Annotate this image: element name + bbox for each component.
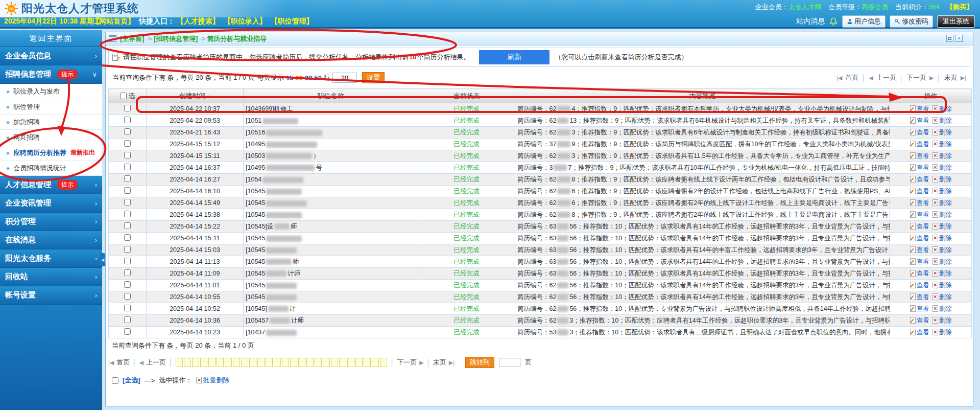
page-number-box[interactable] xyxy=(315,358,322,367)
page-number-box[interactable] xyxy=(217,358,224,367)
sidebar-group-0[interactable]: 企业会员信息› xyxy=(0,47,102,65)
prev-page-button[interactable]: 上一页 xyxy=(146,358,166,367)
delete-link[interactable]: 删除 xyxy=(933,282,952,289)
sidebar-group-8[interactable]: 人才信息管理提示› xyxy=(0,176,102,194)
sidebar-group-11[interactable]: 在线消息› xyxy=(0,231,102,249)
row-checkbox[interactable] xyxy=(124,199,131,206)
view-link[interactable]: 查看 xyxy=(910,105,929,112)
sidebar-item-4[interactable]: ◆加急招聘 xyxy=(0,115,102,130)
breadcrumb-recruit-manage[interactable]: [招聘信息管理] xyxy=(154,34,198,43)
row-checkbox[interactable] xyxy=(124,164,131,170)
delete-link[interactable]: 删除 xyxy=(933,305,952,312)
select-all-link[interactable]: [全选] xyxy=(123,376,140,385)
sidebar-item-6[interactable]: ◆应聘简历分析推荐最新推出 xyxy=(0,145,102,161)
breadcrumb-main[interactable]: [主界面] xyxy=(120,34,145,43)
perpage-option-50[interactable]: 50 xyxy=(314,74,321,82)
page-number-box[interactable] xyxy=(323,358,330,367)
row-checkbox[interactable] xyxy=(124,117,131,123)
delete-link[interactable]: 删除 xyxy=(933,164,952,171)
delete-link[interactable]: 删除 xyxy=(933,246,952,254)
nav-talent-search[interactable]: 【人才搜索】 xyxy=(177,17,220,25)
row-checkbox[interactable] xyxy=(124,152,131,158)
view-link[interactable]: 查看 xyxy=(910,329,929,336)
page-number-box[interactable] xyxy=(364,358,371,367)
page-number-box[interactable] xyxy=(380,358,387,367)
first-page-button[interactable]: 首页 xyxy=(845,73,858,82)
page-number-box[interactable] xyxy=(233,358,240,367)
page-number-box[interactable] xyxy=(290,358,297,367)
nav-site-home[interactable]: 【网站首页】 xyxy=(92,17,135,25)
view-link[interactable]: 查看 xyxy=(910,282,929,289)
prev-page-button[interactable]: 上一页 xyxy=(876,73,896,82)
bell-icon[interactable] xyxy=(829,17,838,26)
sidebar-group-1[interactable]: 招聘信息管理提示∨ xyxy=(0,65,102,84)
jump-to-button[interactable]: 跳转到 xyxy=(465,357,494,368)
view-link[interactable]: 查看 xyxy=(910,223,929,230)
view-link[interactable]: 查看 xyxy=(910,188,929,195)
delete-link[interactable]: 删除 xyxy=(933,258,952,265)
page-number-box[interactable] xyxy=(184,358,191,367)
sidebar-item-5[interactable]: ◆网页招聘 xyxy=(0,130,102,145)
perpage-set-button[interactable]: 设置 xyxy=(362,72,385,83)
row-checkbox[interactable] xyxy=(124,293,131,300)
row-checkbox[interactable] xyxy=(124,258,131,264)
back-to-main-button[interactable]: 返回主界面 xyxy=(0,30,102,47)
nav-job-entry[interactable]: 【职位录入】 xyxy=(224,17,267,25)
perpage-input[interactable] xyxy=(332,73,357,83)
page-number-box[interactable] xyxy=(249,358,256,367)
user-info-button[interactable]: 用户信息 xyxy=(842,15,886,28)
view-link[interactable]: 查看 xyxy=(910,199,929,207)
next-page-button[interactable]: 下一页 xyxy=(906,73,926,82)
delete-link[interactable]: 删除 xyxy=(933,129,952,136)
page-number-box[interactable] xyxy=(306,358,314,367)
row-checkbox[interactable] xyxy=(124,187,131,194)
delete-link[interactable]: 删除 xyxy=(933,152,952,160)
page-number-box[interactable] xyxy=(331,358,338,367)
delete-link[interactable]: 删除 xyxy=(933,329,952,336)
select-all-checkbox[interactable] xyxy=(120,93,127,99)
sidebar-group-9[interactable]: 企业资讯管理› xyxy=(0,194,102,213)
page-number-box[interactable] xyxy=(200,358,207,367)
select-all-bottom-checkbox[interactable] xyxy=(112,377,118,384)
delete-link[interactable]: 删除 xyxy=(933,270,952,277)
row-checkbox[interactable] xyxy=(124,222,131,229)
perpage-option-30[interactable]: 30 xyxy=(305,74,312,82)
next-page-button[interactable]: 下一页 xyxy=(397,358,417,367)
sidebar-item-3[interactable]: ◆职位管理 xyxy=(0,99,102,115)
view-link[interactable]: 查看 xyxy=(910,235,929,242)
page-number-box[interactable] xyxy=(298,358,305,367)
page-number-box[interactable] xyxy=(355,358,363,367)
row-checkbox[interactable] xyxy=(124,211,131,217)
row-checkbox[interactable] xyxy=(124,140,131,147)
delete-link[interactable]: 删除 xyxy=(933,223,952,230)
row-checkbox[interactable] xyxy=(124,246,131,253)
first-page-button[interactable]: 首页 xyxy=(116,358,130,367)
delete-link[interactable]: 删除 xyxy=(933,176,952,183)
buy-points-link[interactable]: 【购买】 xyxy=(946,3,973,11)
refresh-button[interactable]: 刷新 xyxy=(479,50,549,64)
change-password-button[interactable]: 修改密码 xyxy=(890,15,933,28)
row-checkbox[interactable] xyxy=(124,328,131,335)
row-checkbox[interactable] xyxy=(124,316,131,323)
row-checkbox[interactable] xyxy=(124,105,131,111)
delete-link[interactable]: 删除 xyxy=(933,317,952,324)
close-button[interactable]: × xyxy=(955,35,963,42)
perpage-option-15[interactable]: 15 xyxy=(286,74,293,82)
page-number-box[interactable] xyxy=(274,358,281,367)
view-link[interactable]: 查看 xyxy=(910,211,929,218)
sidebar-collapse-handle[interactable]: ◀ xyxy=(100,253,105,266)
view-link[interactable]: 查看 xyxy=(910,129,929,136)
page-number-box[interactable] xyxy=(176,358,183,367)
last-page-button[interactable]: 末页 xyxy=(433,358,446,367)
page-number-box[interactable] xyxy=(282,358,289,367)
delete-link[interactable]: 删除 xyxy=(933,293,952,301)
delete-link[interactable]: 删除 xyxy=(933,235,952,242)
view-link[interactable]: 查看 xyxy=(910,152,929,160)
sidebar-group-12[interactable]: 阳光太仓服务› xyxy=(0,249,102,268)
sidebar-group-10[interactable]: 积分管理› xyxy=(0,213,102,231)
sidebar-group-14[interactable]: 帐号设置› xyxy=(0,286,102,305)
row-checkbox[interactable] xyxy=(124,305,131,311)
sidebar-group-13[interactable]: 回收站› xyxy=(0,268,102,286)
view-link[interactable]: 查看 xyxy=(910,176,929,183)
perpage-option-20[interactable]: 20 xyxy=(295,74,302,82)
